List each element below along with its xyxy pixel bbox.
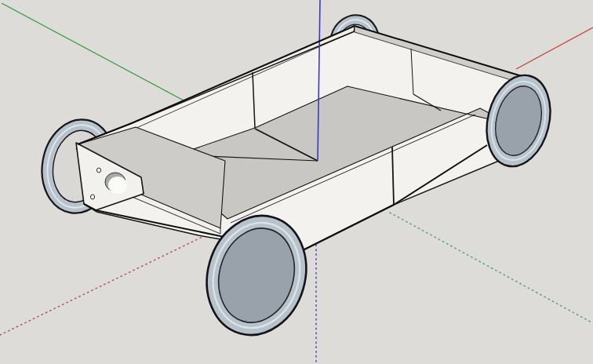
panel-small-hole-top[interactable] [96, 168, 100, 173]
panel-hole[interactable] [108, 177, 127, 194]
panel-small-hole-bottom[interactable] [90, 195, 94, 199]
sketchup-viewport[interactable] [0, 0, 593, 364]
viewport-canvas[interactable] [0, 0, 593, 364]
